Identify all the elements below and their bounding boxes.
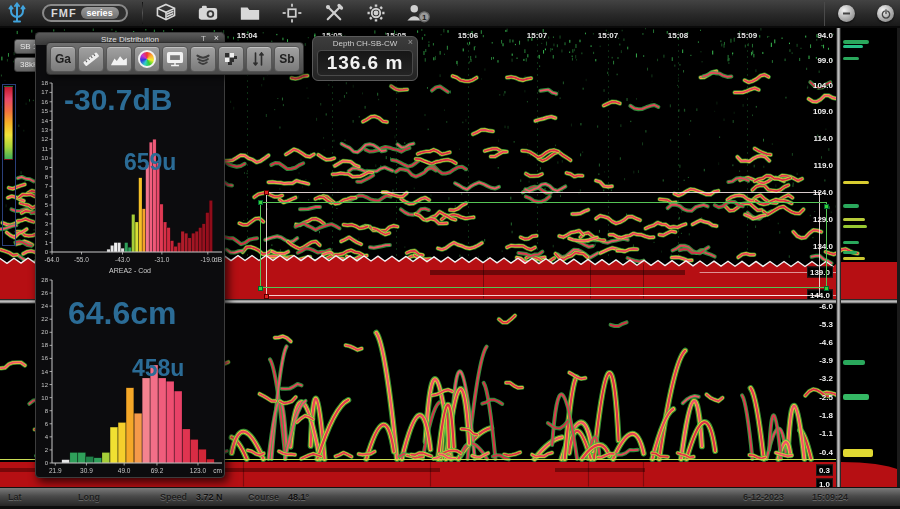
svg-text:28: 28	[41, 277, 48, 283]
svg-text:69.2: 69.2	[151, 467, 164, 474]
svg-text:2: 2	[45, 230, 49, 236]
svg-text:cm: cm	[213, 467, 222, 474]
svg-text:2: 2	[45, 447, 49, 453]
length-histogram-subtitle: AREA2 - Cod	[36, 267, 224, 274]
length-count-value: 458u	[132, 355, 184, 382]
brand-logo: FMF series	[42, 4, 128, 22]
svg-text:10: 10	[41, 155, 48, 161]
levels-button[interactable]	[246, 46, 272, 72]
svg-text:16: 16	[41, 99, 48, 105]
svg-text:dB: dB	[214, 256, 222, 263]
area-button[interactable]	[106, 46, 132, 72]
a-scope-echo-bar	[843, 57, 859, 60]
depth-label: -0.4	[819, 448, 833, 457]
svg-text:-64.0: -64.0	[45, 256, 60, 263]
gear-icon[interactable]	[359, 1, 393, 25]
svg-text:7: 7	[45, 183, 49, 189]
display-button[interactable]	[162, 46, 188, 72]
depth-label: -3.2	[819, 374, 833, 383]
depth-label: 109.0	[813, 107, 833, 116]
mosaic-button[interactable]	[218, 46, 244, 72]
svg-text:26: 26	[41, 290, 48, 296]
depth-panel[interactable]: Depth CH-SB-CW × 136.6 m	[312, 36, 418, 81]
selection-handle[interactable]	[824, 204, 829, 209]
depth-value: 136.6 m	[317, 50, 413, 76]
depth-label: 94.0	[817, 31, 833, 40]
gain-button[interactable]: Ga	[50, 46, 76, 72]
svg-text:24: 24	[41, 303, 48, 309]
selection-handle[interactable]	[824, 286, 829, 291]
layers-box-icon[interactable]	[149, 1, 183, 25]
brand-name: FMF	[51, 7, 77, 19]
vertical-splitter[interactable]	[836, 28, 841, 487]
folder-icon[interactable]	[233, 1, 267, 25]
svg-text:11: 11	[42, 146, 49, 152]
speed-value: 3.72 N	[196, 492, 223, 502]
user-icon[interactable]: 1	[401, 1, 435, 25]
echogram-area: 15:0415:0515:0515:0615:0715:0715:0815:09…	[0, 28, 900, 487]
svg-text:6: 6	[45, 193, 49, 199]
svg-text:9: 9	[45, 165, 49, 171]
svg-text:4: 4	[45, 434, 49, 440]
lat-label: Lat	[8, 492, 22, 502]
svg-text:0: 0	[45, 460, 49, 466]
color-scale-icon	[4, 86, 13, 160]
depth-label: 119.0	[813, 161, 833, 170]
svg-text:5: 5	[45, 202, 49, 208]
depth-label: 104.0	[813, 81, 833, 90]
brand-series-badge: series	[81, 7, 119, 19]
svg-text:18: 18	[41, 342, 48, 348]
colorwheel-icon	[138, 50, 156, 68]
close-icon[interactable]: ×	[408, 37, 413, 47]
svg-text:4: 4	[45, 211, 49, 217]
beam-button[interactable]	[190, 46, 216, 72]
size-distribution-panel: Size Distribution T × 012345678910111213…	[35, 32, 225, 478]
speed-label: Speed	[160, 492, 187, 502]
svg-text:20: 20	[41, 329, 48, 335]
svg-text:14: 14	[41, 118, 48, 124]
svg-text:16: 16	[41, 355, 48, 361]
depth-label: -5.3	[819, 320, 833, 329]
fmf-sounder-app: FMF series 1 15:0415:0515:0515:0615:0715…	[0, 0, 900, 509]
svg-text:123.0: 123.0	[190, 467, 207, 474]
seabed-button[interactable]: Sb	[274, 46, 300, 72]
svg-text:49.0: 49.0	[118, 467, 131, 474]
a-scope-echo-bar	[843, 360, 865, 365]
selection-handle[interactable]	[258, 286, 263, 291]
minimize-button[interactable]	[838, 5, 855, 22]
depth-label: 114.0	[813, 134, 833, 143]
selection-handle[interactable]	[264, 190, 269, 195]
trident-logo-icon[interactable]	[0, 1, 34, 25]
target-icon[interactable]	[275, 1, 309, 25]
status-date: 6-12-2023	[743, 492, 784, 502]
palette-button[interactable]	[134, 46, 160, 72]
svg-text:1: 1	[422, 13, 427, 22]
time-label: 15:09	[737, 31, 757, 40]
time-label: 15:06	[458, 31, 478, 40]
long-label: Long	[78, 492, 100, 502]
svg-text:13: 13	[41, 127, 48, 133]
depth-label: -3.9	[819, 356, 833, 365]
measure-button[interactable]	[78, 46, 104, 72]
camera-icon[interactable]	[191, 1, 225, 25]
tools-icon[interactable]	[317, 1, 351, 25]
svg-text:1: 1	[45, 240, 49, 246]
a-scope-echo-bar	[843, 449, 873, 457]
selection-handle[interactable]	[258, 200, 263, 205]
a-scope-echo-bar	[843, 241, 859, 244]
svg-text:10: 10	[41, 395, 48, 401]
depth-label: -4.6	[819, 338, 833, 347]
selection-box-inner[interactable]	[260, 202, 827, 288]
svg-text:6: 6	[45, 421, 49, 427]
status-bar: Lat Long Speed 3.72 N Course 48.1° 6-12-…	[0, 487, 900, 509]
svg-text:22: 22	[41, 316, 48, 322]
depth-label: -1.1	[819, 429, 833, 438]
time-label: 15:07	[598, 31, 618, 40]
depth-label: 0.3	[816, 465, 833, 476]
power-button[interactable]	[877, 5, 894, 22]
ts-count-value: 659u	[124, 149, 176, 176]
course-value: 48.1°	[288, 492, 309, 502]
svg-text:-55.0: -55.0	[74, 256, 89, 263]
size-panel-toolbar: GaSb	[46, 42, 304, 75]
svg-text:12: 12	[41, 382, 48, 388]
